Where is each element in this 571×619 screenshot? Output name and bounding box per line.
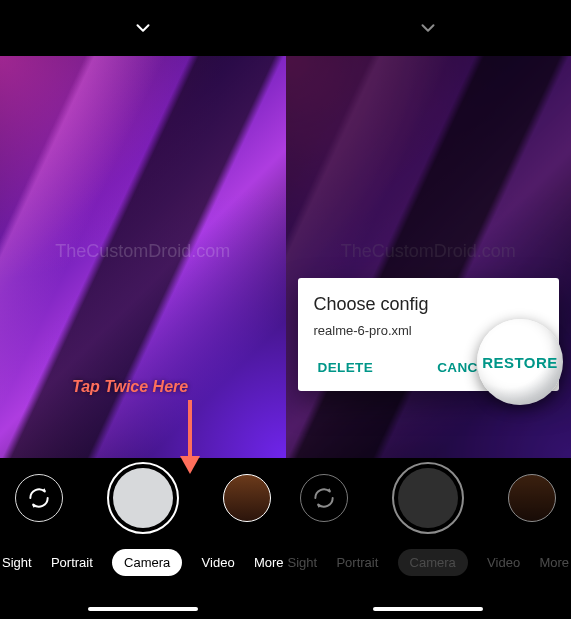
switch-camera-button [300,474,348,522]
mode-more[interactable]: More [254,549,284,576]
mode-selector: Sight Portrait Camera Video More [286,538,572,586]
capture-controls [0,458,286,538]
switch-camera-icon [26,485,52,511]
switch-camera-icon [311,485,337,511]
shutter-button[interactable] [107,462,179,534]
chevron-down-icon[interactable] [417,17,439,39]
mode-sight: Sight [288,549,318,576]
top-bar [286,0,572,56]
restore-button[interactable]: RESTORE [477,319,563,405]
capture-controls [286,458,572,538]
phone-right: TheCustomDroid.com Sight Portrait Camera… [286,0,572,619]
mode-camera[interactable]: Camera [112,549,182,576]
mode-more: More [539,549,569,576]
mode-camera: Camera [398,549,468,576]
home-indicator[interactable] [88,607,198,611]
home-indicator[interactable] [373,607,483,611]
switch-camera-button[interactable] [15,474,63,522]
delete-button[interactable]: DELETE [314,352,378,383]
phone-left: TheCustomDroid.com Sight Portrait Camera… [0,0,286,619]
chevron-down-icon[interactable] [132,17,154,39]
dialog-title: Choose config [314,294,544,315]
gallery-thumbnail[interactable] [223,474,271,522]
mode-portrait: Portrait [324,549,390,576]
watermark: TheCustomDroid.com [0,241,286,262]
choose-config-dialog: Choose config realme-6-pro.xml DELETE CA… [298,278,560,391]
shutter-inner [398,468,458,528]
viewfinder[interactable]: TheCustomDroid.com [0,56,286,458]
mode-sight[interactable]: Sight [2,549,32,576]
shutter-button [392,462,464,534]
config-file-name: realme-6-pro.xml [314,323,412,338]
mode-video[interactable]: Video [190,549,247,576]
mode-portrait[interactable]: Portrait [39,549,105,576]
gallery-thumbnail [508,474,556,522]
shutter-inner [113,468,173,528]
mode-selector[interactable]: Sight Portrait Camera Video More [0,538,286,586]
mode-video: Video [475,549,532,576]
top-bar [0,0,286,56]
